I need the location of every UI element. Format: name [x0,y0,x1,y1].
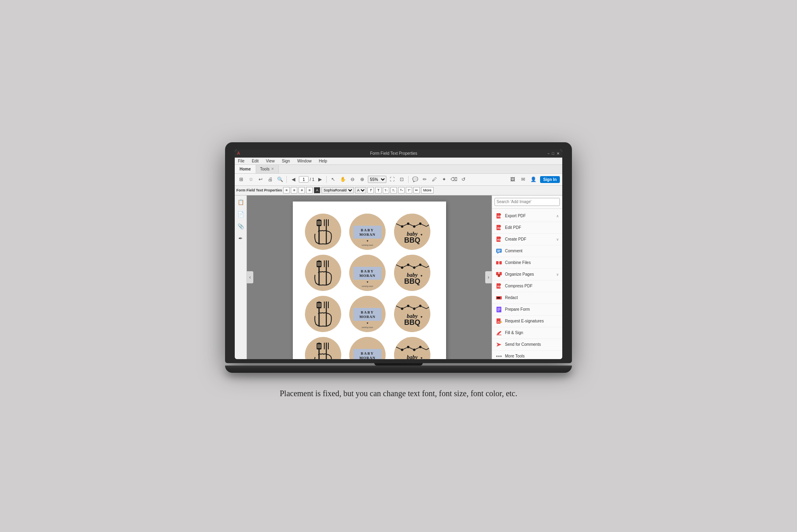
nav-prev-button[interactable]: ‹ [247,271,253,283]
sidebar-attach-icon[interactable]: 📎 [236,222,245,231]
ff-pen[interactable]: ✏ [413,187,420,193]
eraser-icon[interactable]: ⌫ [450,175,458,183]
menu-bar: File Edit View Sign Window Help [235,158,562,165]
select-icon[interactable]: ↖ [329,175,337,183]
page-number-input[interactable] [299,176,309,183]
organize-arrow: ∨ [556,272,559,276]
minimize-button[interactable]: − [547,152,549,156]
font-size-select[interactable]: A 10 12 14 [355,187,366,193]
title-bar-controls[interactable]: − □ ✕ [547,152,560,156]
addimage-icon[interactable]: 🖼 [509,175,517,183]
bookmark-icon[interactable]: ☆ [247,175,255,183]
page-separator: / [310,177,311,182]
svg-text:BABY: BABY [361,310,374,314]
zoom-select[interactable]: 55% 75% 100% [368,176,386,183]
hand-icon[interactable]: ✋ [339,175,347,183]
ff-align-justify[interactable]: ≡ [306,187,313,193]
right-panel-search-input[interactable] [494,198,560,206]
tool-compress[interactable]: PDF Compress PDF [492,281,562,292]
svg-point-42 [419,264,421,266]
sidebar-nav-icon[interactable]: 📋 [236,198,245,207]
laptop-wrapper: A Form Field Text Properties − □ ✕ File … [225,142,572,373]
tool-redact[interactable]: Redact [492,292,562,304]
tool-fill-sign[interactable]: Fill & Sign [492,327,562,339]
font-size-down[interactable]: T [367,187,374,193]
sign-in-button[interactable]: Sign In [540,176,560,183]
maximize-button[interactable]: □ [552,152,554,156]
svg-marker-99 [497,253,499,254]
svg-point-122 [500,355,502,357]
tool-edit-pdf-label: Edit PDF [505,225,559,230]
prev-page-icon[interactable]: ◀ [289,175,297,183]
tool-organize[interactable]: Organize Pages ∨ [492,269,562,281]
tool-more-tools[interactable]: More Tools [492,351,562,359]
font-select[interactable]: SophiaRonaldScript [321,187,354,193]
tab-home[interactable]: Home [235,165,256,173]
font-up[interactable]: T [375,187,382,193]
sticker-utensils-4 [305,337,341,359]
menu-view[interactable]: View [264,158,276,164]
tool-prepare-form[interactable]: Prepare Form [492,304,562,316]
menu-window[interactable]: Window [296,158,313,164]
tool-export-pdf[interactable]: PDF Export PDF ∧ [492,210,562,222]
menu-sign[interactable]: Sign [280,158,292,164]
ff-more-button[interactable]: More [421,187,434,193]
thumbnail-icon[interactable]: ⊞ [237,175,245,183]
form-field-label: Form Field Text Properties [236,188,282,192]
pen-icon[interactable]: ✏ [421,175,429,183]
sidebar-sign-icon[interactable]: ✒ [236,234,245,243]
ff-align-center[interactable]: ≡ [291,187,297,193]
font-t4[interactable]: T° [406,187,412,193]
tool-comment[interactable]: Comment [492,245,562,257]
search-icon[interactable]: 🔍 [276,175,284,183]
svg-text:BBQ: BBQ [404,277,420,285]
svg-point-120 [496,355,498,357]
font-t1[interactable]: T↑ [383,187,389,193]
svg-point-40 [407,264,409,266]
stamp-icon[interactable]: ✦ [440,175,448,183]
annotate-icon[interactable]: 💬 [411,175,419,183]
close-button[interactable]: ✕ [557,152,560,156]
zoom-out-icon[interactable]: ⊖ [348,175,357,183]
sticker-bbq-3: baby BBQ ♥ [394,296,430,332]
prepare-form-icon [495,306,503,313]
zoom-in-icon[interactable]: ⊕ [358,175,366,183]
tool-edit-pdf[interactable]: PDF Edit PDF [492,222,562,234]
export-pdf-arrow: ∧ [556,214,559,218]
tab-tools[interactable]: Tools ✕ [256,165,279,173]
svg-text:BABY: BABY [361,228,374,232]
menu-edit[interactable]: Edit [250,158,260,164]
right-panel: PDF Export PDF ∧ PDF Edit PDF [492,195,562,359]
sticker-bbq-4: baby BBQ ♥ [394,337,430,359]
sticker-utensils-2 [305,255,341,291]
sticker-bbq-2: baby BBQ ♥ [394,255,430,291]
menu-help[interactable]: Help [317,158,329,164]
font-t2[interactable]: T↓ [390,187,397,193]
tab-tools-close[interactable]: ✕ [271,167,274,171]
tool-create-pdf[interactable]: PDF Create PDF ∨ [492,234,562,245]
sidebar-pages-icon[interactable]: 📄 [236,210,245,219]
print-icon[interactable]: 🖨 [266,175,274,183]
fill-sign-icon [495,329,503,337]
font-t3[interactable]: Tₐ [398,187,405,193]
mail-icon[interactable]: ✉ [519,175,527,183]
tool-compress-label: Compress PDF [505,284,559,288]
undo-icon[interactable]: ↺ [459,175,467,183]
svg-point-85 [401,349,403,351]
highlight-icon[interactable]: 🖊 [430,175,438,183]
tool-request-esign[interactable]: ✍ Request E-signatures [492,316,562,327]
nav-next-button[interactable]: › [485,271,492,283]
tool-combine[interactable]: + Combine Files [492,257,562,269]
fit-page-icon[interactable]: ⛶ [388,175,396,183]
back-icon[interactable]: ↩ [257,175,265,183]
laptop-screen: A Form Field Text Properties − □ ✕ File … [235,150,562,359]
marquee-icon[interactable]: ⊡ [398,175,406,183]
menu-file[interactable]: File [236,158,246,164]
ff-color[interactable]: A [314,187,320,193]
tool-send-comments[interactable]: Send for Comments [492,339,562,351]
ff-align-left[interactable]: ≡ [283,187,290,193]
svg-rect-56 [353,308,382,321]
ff-align-right[interactable]: ≡ [298,187,305,193]
next-page-icon[interactable]: ▶ [316,175,324,183]
user-icon[interactable]: 👤 [530,175,538,183]
